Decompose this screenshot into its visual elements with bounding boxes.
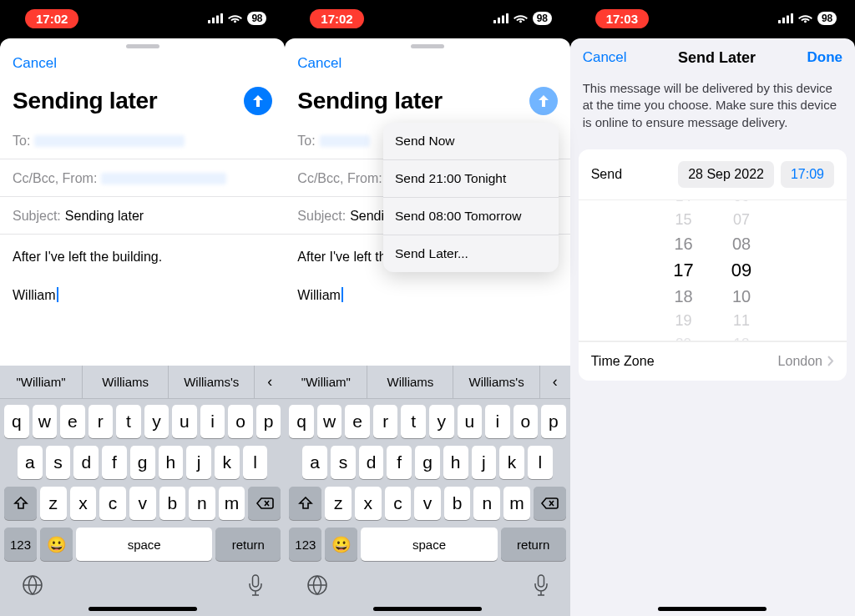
key-i[interactable]: i <box>200 405 225 438</box>
key-u[interactable]: u <box>458 405 483 438</box>
key-v[interactable]: v <box>129 487 156 520</box>
wheel-value[interactable]: 08 <box>732 235 751 254</box>
key-g[interactable]: g <box>130 446 155 479</box>
send-button[interactable] <box>529 87 558 115</box>
wheel-value[interactable]: 14 <box>675 199 691 205</box>
send-button[interactable] <box>244 87 272 115</box>
emoji-key[interactable]: 😀 <box>325 528 357 561</box>
numeric-key[interactable]: 123 <box>289 528 321 561</box>
key-n[interactable]: n <box>189 487 215 520</box>
key-h[interactable]: h <box>443 446 468 479</box>
key-m[interactable]: m <box>503 487 530 520</box>
dictation-icon[interactable] <box>534 574 549 596</box>
prediction-3[interactable]: Williams's <box>453 366 539 398</box>
wheel-value[interactable]: 16 <box>674 235 692 254</box>
key-s[interactable]: s <box>331 446 356 479</box>
key-a[interactable]: a <box>18 446 43 479</box>
key-b[interactable]: b <box>159 487 186 520</box>
minute-wheel[interactable]: 06070809101112 <box>731 199 751 341</box>
date-chip[interactable]: 28 Sep 2022 <box>678 161 774 188</box>
key-r[interactable]: r <box>373 405 398 438</box>
prediction-1[interactable]: "William" <box>285 366 367 398</box>
home-indicator[interactable] <box>658 607 766 611</box>
popover-send-now[interactable]: Send Now <box>383 123 559 160</box>
cancel-button[interactable]: Cancel <box>583 49 627 66</box>
wheel-value[interactable]: 09 <box>731 260 751 281</box>
home-indicator[interactable] <box>373 607 482 611</box>
key-l[interactable]: l <box>528 446 553 479</box>
cancel-button[interactable]: Cancel <box>297 55 341 72</box>
key-m[interactable]: m <box>219 487 245 520</box>
key-x[interactable]: x <box>355 487 382 520</box>
globe-icon[interactable] <box>306 574 328 596</box>
space-key[interactable]: space <box>76 528 212 561</box>
return-key[interactable]: return <box>215 528 281 561</box>
key-t[interactable]: t <box>116 405 141 438</box>
key-p[interactable]: p <box>256 405 281 438</box>
key-a[interactable]: a <box>302 446 327 479</box>
wheel-value[interactable]: 19 <box>675 312 692 330</box>
key-z[interactable]: z <box>325 487 352 520</box>
prediction-2[interactable]: Williams <box>83 366 169 398</box>
subject-field[interactable]: Subject: Sending later <box>0 197 285 235</box>
key-h[interactable]: h <box>159 446 184 479</box>
key-i[interactable]: i <box>485 405 510 438</box>
key-z[interactable]: z <box>40 487 67 520</box>
key-t[interactable]: t <box>401 405 426 438</box>
key-b[interactable]: b <box>444 487 471 520</box>
key-c[interactable]: c <box>385 487 412 520</box>
key-f[interactable]: f <box>387 446 412 479</box>
wheel-value[interactable]: 10 <box>732 287 751 306</box>
key-l[interactable]: l <box>243 446 268 479</box>
key-q[interactable]: q <box>289 405 314 438</box>
key-s[interactable]: s <box>46 446 71 479</box>
key-e[interactable]: e <box>60 405 85 438</box>
prediction-3[interactable]: Williams's <box>169 366 255 398</box>
key-q[interactable]: q <box>4 405 29 438</box>
key-d[interactable]: d <box>359 446 384 479</box>
wheel-value[interactable]: 07 <box>733 211 750 229</box>
key-k[interactable]: k <box>499 446 524 479</box>
ccbcc-field[interactable]: Cc/Bcc, From: <box>0 159 285 197</box>
key-p[interactable]: p <box>541 405 566 438</box>
numeric-key[interactable]: 123 <box>4 528 37 561</box>
timezone-row[interactable]: Time Zone London <box>579 341 847 381</box>
shift-key[interactable] <box>289 487 321 520</box>
key-w[interactable]: w <box>317 405 342 438</box>
prediction-2[interactable]: Williams <box>367 366 453 398</box>
wheel-value[interactable]: 15 <box>675 211 692 229</box>
backspace-key[interactable] <box>248 487 281 520</box>
key-y[interactable]: y <box>144 405 169 438</box>
key-x[interactable]: x <box>70 487 97 520</box>
time-chip[interactable]: 17:09 <box>781 161 834 188</box>
key-n[interactable]: n <box>473 487 500 520</box>
key-k[interactable]: k <box>215 446 240 479</box>
keyboard[interactable]: "William" Williams Williams's ‹ qwertyui… <box>0 366 285 616</box>
popover-send-tonight[interactable]: Send 21:00 Tonight <box>383 160 559 198</box>
key-g[interactable]: g <box>415 446 440 479</box>
key-o[interactable]: o <box>228 405 253 438</box>
to-field[interactable]: To: <box>0 122 285 159</box>
dictation-icon[interactable] <box>248 574 263 596</box>
cancel-button[interactable]: Cancel <box>13 55 57 72</box>
key-j[interactable]: j <box>186 446 211 479</box>
shift-key[interactable] <box>4 487 37 520</box>
key-c[interactable]: c <box>99 487 126 520</box>
key-v[interactable]: v <box>414 487 441 520</box>
key-u[interactable]: u <box>172 405 197 438</box>
wheel-value[interactable]: 17 <box>673 260 693 281</box>
key-y[interactable]: y <box>429 405 454 438</box>
key-d[interactable]: d <box>73 446 99 479</box>
space-key[interactable]: space <box>361 528 497 561</box>
keyboard[interactable]: "William" Williams Williams's ‹ qwertyui… <box>285 366 569 616</box>
prediction-collapse[interactable]: ‹ <box>540 366 570 398</box>
wheel-value[interactable]: 12 <box>734 336 750 341</box>
home-indicator[interactable] <box>89 607 197 611</box>
wheel-value[interactable]: 06 <box>734 199 750 205</box>
emoji-key[interactable]: 😀 <box>40 528 73 561</box>
hour-wheel[interactable]: 14151617181920 <box>673 199 693 341</box>
key-o[interactable]: o <box>514 405 539 438</box>
globe-icon[interactable] <box>22 574 43 596</box>
time-picker[interactable]: 14151617181920 06070809101112 <box>579 199 847 341</box>
key-f[interactable]: f <box>102 446 127 479</box>
